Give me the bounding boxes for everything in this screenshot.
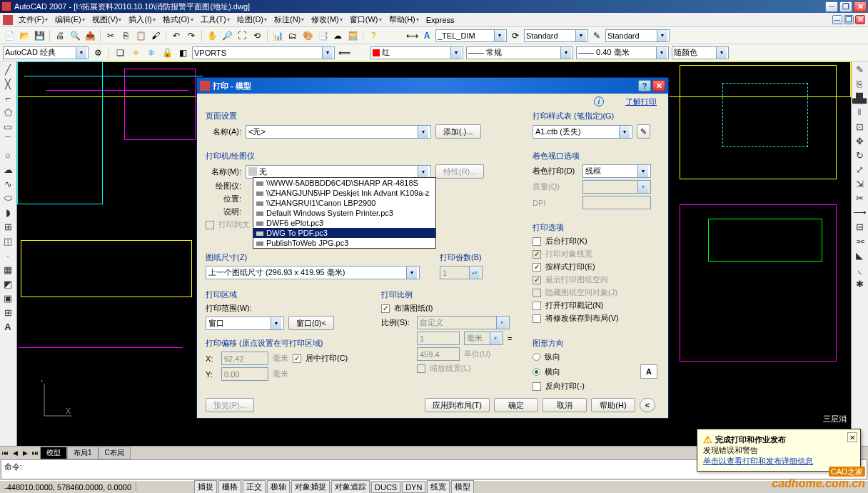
status-lwt[interactable]: 线宽 bbox=[427, 480, 450, 493]
layer-mgr-icon[interactable]: ❏ bbox=[113, 46, 126, 59]
menu-modify[interactable]: 修改(M)▾ bbox=[308, 13, 345, 26]
copy2-icon[interactable]: ⎘ bbox=[853, 77, 866, 90]
menu-file[interactable]: 文件(F)▾ bbox=[16, 13, 51, 26]
menu-help[interactable]: 帮助(H)▾ bbox=[386, 13, 422, 26]
menu-draw[interactable]: 绘图(D)▾ bbox=[234, 13, 270, 26]
layer-color-icon[interactable]: ◧ bbox=[176, 46, 189, 59]
pline-icon[interactable]: ⌐ bbox=[1, 91, 14, 104]
add-button[interactable]: 添加(.)... bbox=[435, 124, 481, 139]
dc-icon[interactable]: 🗂 bbox=[286, 29, 299, 42]
block-icon[interactable]: ◫ bbox=[1, 234, 14, 247]
scale-icon[interactable]: ⤢ bbox=[853, 163, 866, 176]
tab-layout1[interactable]: 布局1 bbox=[67, 447, 99, 459]
upside-checkbox[interactable] bbox=[533, 382, 541, 391]
qcalc-icon[interactable]: 🧮 bbox=[346, 29, 359, 42]
status-dyn[interactable]: DYN bbox=[402, 482, 425, 493]
zoom-rt-icon[interactable]: 🔎 bbox=[221, 29, 233, 42]
menu-express[interactable]: Express bbox=[423, 14, 458, 26]
doc-restore-button[interactable]: ❐ bbox=[844, 15, 854, 24]
linetype-combo[interactable]: —— 常规▾ bbox=[466, 46, 573, 59]
ellipsearc-icon[interactable]: ◗ bbox=[1, 206, 14, 219]
doc-minimize-button[interactable]: ─ bbox=[832, 15, 842, 24]
tab-first-icon[interactable]: ⏮ bbox=[0, 448, 10, 458]
trim-icon[interactable]: ✂ bbox=[853, 191, 866, 204]
text-icon[interactable]: A bbox=[420, 29, 433, 42]
status-otrack[interactable]: 对象追踪 bbox=[331, 480, 370, 493]
region-icon[interactable]: ▣ bbox=[1, 292, 14, 304]
fillet-icon[interactable]: ◟ bbox=[853, 263, 866, 276]
tab-next-icon[interactable]: ▶ bbox=[20, 448, 30, 458]
insert-icon[interactable]: ⊞ bbox=[1, 220, 14, 233]
minimize-button[interactable]: ─ bbox=[825, 1, 838, 12]
layer-combo[interactable]: VPORTS▾ bbox=[192, 46, 335, 59]
ts-edit-icon[interactable]: ✎ bbox=[590, 29, 603, 42]
printer-option-selected[interactable]: DWG To PDF.pc3 bbox=[253, 228, 435, 238]
preview-button[interactable]: 预览(P)... bbox=[206, 398, 254, 412]
notif-close-button[interactable]: ✕ bbox=[847, 432, 857, 442]
apply-button[interactable]: 应用到布局(T) bbox=[425, 398, 490, 412]
notif-link[interactable]: 单击以查看打印和发布详细信息 bbox=[703, 457, 813, 465]
status-ortho[interactable]: 正交 bbox=[243, 480, 266, 493]
lineweight-combo[interactable]: —— 0.40 毫米▾ bbox=[576, 46, 669, 59]
chamfer-icon[interactable]: ◣ bbox=[853, 249, 866, 262]
new-icon[interactable]: 📄 bbox=[3, 29, 16, 42]
window-button[interactable]: 窗口(0)< bbox=[288, 316, 334, 330]
status-polar[interactable]: 极轴 bbox=[267, 480, 290, 493]
line-icon[interactable]: ╱ bbox=[1, 63, 14, 76]
tab-layout2[interactable]: C布局 bbox=[99, 447, 131, 459]
status-model[interactable]: 模型 bbox=[451, 480, 474, 493]
status-ducs[interactable]: DUCS bbox=[371, 482, 400, 493]
dim-update-icon[interactable]: ⟳ bbox=[509, 29, 522, 42]
zoom-prev-icon[interactable]: ⟲ bbox=[251, 29, 263, 42]
print-icon[interactable]: 🖨 bbox=[54, 29, 66, 42]
menu-window[interactable]: 窗口(W)▾ bbox=[347, 13, 385, 26]
preview-icon[interactable]: 🔍 bbox=[69, 29, 81, 42]
layer-freeze-icon[interactable]: ❄ bbox=[145, 46, 158, 59]
shade-combo[interactable]: 线框▾ bbox=[582, 164, 651, 178]
menu-insert[interactable]: 插入(I)▾ bbox=[126, 13, 158, 26]
properties-icon[interactable]: 📊 bbox=[271, 29, 284, 42]
redo-icon[interactable]: ↷ bbox=[185, 29, 198, 42]
help-button[interactable]: 帮助(H) bbox=[591, 398, 635, 412]
tab-last-icon[interactable]: ⏭ bbox=[30, 448, 40, 458]
pan-icon[interactable]: ✋ bbox=[206, 29, 218, 42]
mirror-icon[interactable]: ▟▙ bbox=[853, 91, 866, 104]
circle-icon[interactable]: ○ bbox=[1, 149, 14, 161]
join-icon[interactable]: ⫘ bbox=[853, 234, 866, 247]
cut-icon[interactable]: ✂ bbox=[104, 29, 117, 42]
layer-lock-icon[interactable]: 🔓 bbox=[161, 46, 173, 59]
revcloud-icon[interactable]: ☁ bbox=[1, 163, 14, 176]
tab-model[interactable]: 模型 bbox=[40, 447, 67, 459]
tablestyle-combo[interactable]: Standard▾ bbox=[605, 29, 670, 42]
ssm-icon[interactable]: 📑 bbox=[316, 29, 329, 42]
close-button[interactable]: ✕ bbox=[854, 1, 867, 12]
save-icon[interactable]: 💾 bbox=[33, 29, 46, 42]
rect-icon[interactable]: ▭ bbox=[1, 120, 14, 133]
learn-plot-link[interactable]: 了解打印 bbox=[625, 96, 657, 107]
printer-option[interactable]: \\ZHANGRUI1\Canon LBP2900 bbox=[253, 198, 435, 208]
dimline-icon[interactable]: ⟷ bbox=[405, 29, 418, 42]
mtext-icon[interactable]: A bbox=[1, 320, 14, 333]
markup-icon[interactable]: ☁ bbox=[331, 29, 344, 42]
point-icon[interactable]: · bbox=[1, 249, 14, 262]
menu-format[interactable]: 格式(O)▾ bbox=[160, 13, 196, 26]
dialog-close-button[interactable]: ✕ bbox=[652, 80, 665, 91]
stretch-icon[interactable]: ⇲ bbox=[853, 177, 866, 190]
dialog-title-bar[interactable]: 打印 - 模型 ? ✕ bbox=[197, 78, 668, 94]
layer-prev-icon[interactable]: ⟸ bbox=[338, 46, 350, 59]
page-setup-combo[interactable]: <无>▾ bbox=[246, 125, 431, 139]
hatch-icon[interactable]: ▦ bbox=[1, 263, 14, 276]
printer-option[interactable]: PublishToWeb JPG.pc3 bbox=[253, 238, 435, 248]
extend-icon[interactable]: ⟶ bbox=[853, 206, 866, 219]
paste-icon[interactable]: 📋 bbox=[134, 29, 147, 42]
paper-size-combo[interactable]: 上一个图纸尺寸 (296.93 x 419.95 毫米)▾ bbox=[206, 266, 420, 279]
menu-dim[interactable]: 标注(N)▾ bbox=[271, 13, 307, 26]
spline-icon[interactable]: ∿ bbox=[1, 177, 14, 190]
help-icon[interactable]: ? bbox=[367, 29, 380, 42]
color-combo[interactable]: 红▾ bbox=[370, 46, 463, 59]
printer-option[interactable]: DWF6 ePlot.pc3 bbox=[253, 218, 435, 228]
collapse-button[interactable]: < bbox=[640, 398, 655, 412]
status-grid[interactable]: 栅格 bbox=[218, 480, 241, 493]
opt-bg-checkbox[interactable] bbox=[533, 237, 541, 246]
opt-style-checkbox[interactable] bbox=[533, 263, 541, 272]
